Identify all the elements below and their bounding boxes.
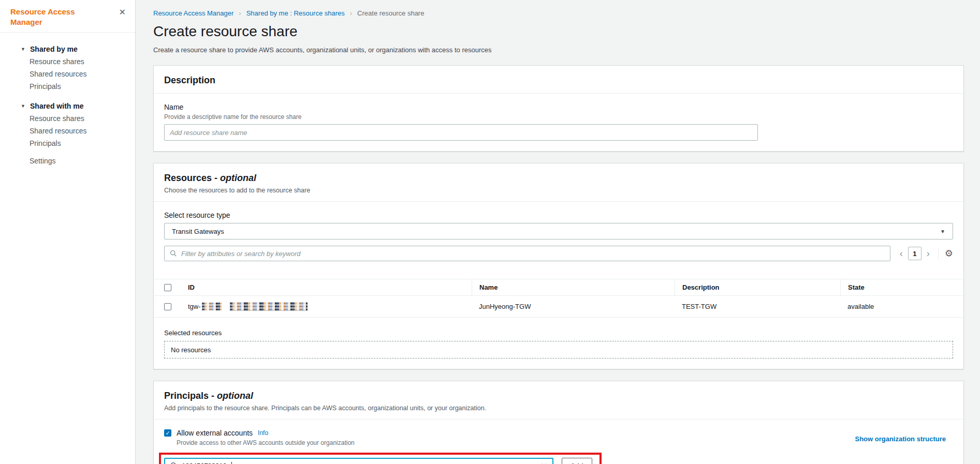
- no-resources-text: No resources: [171, 346, 211, 354]
- column-header-description: Description: [675, 279, 840, 295]
- sidebar-section-label: Shared with me: [30, 102, 83, 110]
- sidebar-section-label: Shared by me: [30, 45, 78, 53]
- sidebar-item-shared-resources[interactable]: Shared resources: [30, 125, 135, 137]
- column-header-id: ID: [188, 279, 472, 295]
- sidebar-section-shared-by-me[interactable]: ▼ Shared by me: [21, 43, 135, 55]
- resources-card-header: Resources - optional Choose the resource…: [154, 163, 963, 201]
- page-subtitle: Create a resource share to provide AWS a…: [153, 46, 964, 54]
- app-title-link[interactable]: Resource Access Manager: [10, 7, 88, 27]
- resource-filter-box: [164, 246, 890, 261]
- redacted-id-blur: [230, 302, 308, 311]
- text-caret: [231, 462, 232, 464]
- no-resources-box: No resources: [164, 341, 953, 358]
- name-label: Name: [164, 103, 953, 111]
- search-icon: [170, 462, 178, 464]
- breadcrumb: Resource Access Manager › Shared by me :…: [153, 0, 964, 17]
- sidebar-items-shared-with-me: Resource shares Shared resources Princip…: [30, 112, 135, 149]
- sidebar-item-settings[interactable]: Settings: [30, 155, 135, 167]
- principals-card-header: Principals - optional Add principals to …: [154, 381, 963, 419]
- cell-id: tgw-: [188, 302, 472, 311]
- sidebar-items-shared-by-me: Resource shares Shared resources Princip…: [30, 55, 135, 93]
- cell-name: JunHyeong-TGW: [472, 296, 675, 317]
- column-header-state: State: [840, 279, 963, 295]
- selected-resources-area: Selected resources No resources: [154, 318, 963, 369]
- filter-row: ‹ 1 › ⚙: [164, 246, 953, 261]
- main-content: Resource Access Manager › Shared by me :…: [136, 0, 980, 464]
- table-row[interactable]: tgw- JunHyeong-TGW TEST-TGW available: [154, 296, 963, 318]
- principal-account-value: 123456789012: [182, 462, 227, 464]
- sidebar-item-shared-resources[interactable]: Shared resources: [30, 68, 135, 80]
- resource-filter-input[interactable]: [181, 250, 885, 258]
- select-all-checkbox[interactable]: [164, 284, 171, 291]
- id-prefix: tgw-: [188, 303, 201, 310]
- cell-state: available: [840, 296, 963, 317]
- principals-card-title: Principals - optional: [164, 391, 953, 401]
- resource-share-name-input[interactable]: [164, 124, 758, 141]
- resources-card: Resources - optional Choose the resource…: [153, 163, 964, 369]
- pagination: ‹ 1 › ⚙: [898, 247, 953, 260]
- sidebar-item-resource-shares[interactable]: Resource shares: [30, 112, 135, 125]
- search-icon: [170, 250, 177, 257]
- allow-external-checkbox[interactable]: ✓: [164, 429, 171, 437]
- resource-type-label: Select resource type: [164, 211, 953, 219]
- cell-description: TEST-TGW: [675, 296, 840, 317]
- resources-card-body: Select resource type Transit Gateways ▼: [154, 202, 963, 272]
- breadcrumb-link-resource-shares[interactable]: Shared by me : Resource shares: [246, 9, 345, 17]
- triangle-down-icon: ▼: [21, 47, 26, 52]
- description-card-title: Description: [164, 75, 953, 86]
- add-principal-button[interactable]: Add: [562, 458, 592, 464]
- redacted-id-blur: [202, 303, 222, 310]
- divider: [938, 248, 939, 259]
- chevron-down-icon: ▼: [940, 229, 945, 234]
- resources-card-subtitle: Choose the resources to add to the resou…: [164, 187, 953, 194]
- annotation-highlight: 123456789012 ✕ Add: [159, 453, 602, 464]
- sidebar-item-principals[interactable]: Principals: [30, 137, 135, 149]
- row-checkbox-cell: [154, 296, 188, 317]
- page-number[interactable]: 1: [908, 247, 922, 260]
- description-card-body: Name Provide a descriptive name for the …: [154, 94, 963, 151]
- resource-type-select[interactable]: Transit Gateways ▼: [164, 223, 953, 240]
- sidebar: Resource Access Manager ✕ ▼ Shared by me…: [0, 0, 136, 464]
- principals-card: Principals - optional Add principals to …: [153, 381, 964, 464]
- resource-type-value: Transit Gateways: [172, 228, 224, 235]
- sidebar-item-resource-shares[interactable]: Resource shares: [30, 55, 135, 68]
- chevron-right-icon: ›: [239, 9, 241, 17]
- table-header-row: ID Name Description State: [154, 279, 963, 296]
- principals-card-subtitle: Add principals to the resource share. Pr…: [164, 405, 953, 412]
- sidebar-item-principals[interactable]: Principals: [30, 80, 135, 93]
- resources-table: ID Name Description State tgw- JunHyeong…: [154, 279, 963, 318]
- check-icon: ✓: [165, 430, 170, 436]
- chevron-right-icon[interactable]: ›: [925, 249, 932, 258]
- gear-icon[interactable]: ⚙: [945, 249, 953, 258]
- allow-external-row: ✓ Allow external accounts Info: [164, 429, 953, 437]
- chevron-left-icon[interactable]: ‹: [898, 249, 905, 258]
- sidebar-section-shared-with-me[interactable]: ▼ Shared with me: [21, 100, 135, 112]
- chevron-right-icon: ›: [350, 9, 352, 17]
- page-title: Create resource share: [153, 23, 964, 40]
- allow-external-label: Allow external accounts: [177, 429, 253, 437]
- resources-card-title: Resources - optional: [164, 173, 953, 184]
- allow-external-help: Provide access to other AWS accounts out…: [177, 439, 953, 446]
- sidebar-header: Resource Access Manager ✕: [0, 0, 135, 33]
- breadcrumb-link-ram[interactable]: Resource Access Manager: [153, 9, 233, 17]
- sidebar-nav: ▼ Shared by me Resource shares Shared re…: [0, 33, 135, 167]
- show-organization-structure-link[interactable]: Show organization structure: [855, 435, 946, 443]
- name-help-text: Provide a descriptive name for the resou…: [164, 113, 953, 121]
- selected-resources-label: Selected resources: [164, 329, 953, 337]
- app-root: Resource Access Manager ✕ ▼ Shared by me…: [0, 0, 980, 464]
- clear-icon[interactable]: ✕: [540, 462, 547, 464]
- triangle-down-icon: ▼: [21, 103, 26, 109]
- principal-account-input[interactable]: 123456789012 ✕: [164, 458, 553, 464]
- info-link[interactable]: Info: [258, 429, 268, 437]
- row-checkbox[interactable]: [164, 303, 171, 310]
- description-card-header: Description: [154, 66, 963, 93]
- breadcrumb-current: Create resource share: [357, 9, 424, 17]
- column-header-name: Name: [472, 279, 675, 295]
- description-card: Description Name Provide a descriptive n…: [153, 65, 964, 152]
- close-icon[interactable]: ✕: [119, 7, 126, 17]
- table-header-checkbox-cell: [154, 279, 188, 295]
- principals-card-body: ✓ Allow external accounts Info Provide a…: [154, 420, 963, 464]
